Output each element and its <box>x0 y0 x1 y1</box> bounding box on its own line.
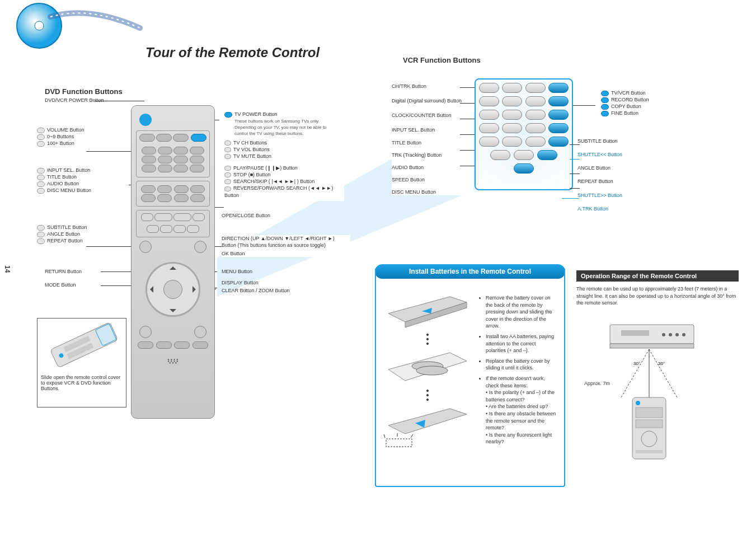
svg-rect-33 <box>636 407 663 418</box>
label-title: TITLE Button <box>47 174 77 180</box>
zrm3: REPEAT Button <box>577 178 701 185</box>
op-title: Operation Range of the Remote Control <box>576 270 739 282</box>
svg-rect-31 <box>632 397 666 459</box>
label-mini: Slide open the remote control cover to e… <box>41 374 123 391</box>
label-volume: VOLUME Button <box>47 127 84 133</box>
zl3: INPUT SEL. Button <box>392 127 473 133</box>
zrt2: COPY Button <box>611 104 641 109</box>
callout-box1: VOLUME Button 0~9 Buttons 100+ Button <box>34 124 129 149</box>
zrm1: SHUTTLE<< Button <box>577 151 701 158</box>
svg-line-26 <box>621 349 649 397</box>
svg-point-25 <box>682 333 685 336</box>
zl5: TRK (Tracking) Button <box>392 152 473 158</box>
label-clearzoom: CLEAR Button / ZOOM Button <box>222 288 290 293</box>
callout-box3: SUBTITLE Button ANGLE Button REPEAT Butt… <box>34 222 129 246</box>
power-button-icon <box>139 114 152 126</box>
bstep3: Replace the battery cover by sliding it … <box>486 358 557 372</box>
mini-remote-icon <box>41 322 119 371</box>
svg-point-16 <box>426 399 429 401</box>
label-angle: ANGLE Button <box>47 231 80 237</box>
zrt3: FINE Button <box>611 110 638 116</box>
zl4: TITLE Button <box>392 139 473 146</box>
zoom-right-top: TV/VCR Button RECORD Button COPY Button … <box>598 87 704 119</box>
label-repeat: REPEAT Button <box>47 238 83 243</box>
svg-point-23 <box>669 333 672 336</box>
callout-box2: INPUT SEL. Button TITLE Button AUDIO But… <box>34 165 129 196</box>
zl7: SPEED Button <box>392 176 473 183</box>
label-discmenu: DISC MENU Button <box>47 188 91 193</box>
zoom-right-mid: SUBTITLE Button SHUTTLE<< Button ANGLE B… <box>577 138 701 212</box>
svg-point-10 <box>426 338 429 340</box>
svg-point-22 <box>662 333 665 336</box>
label-display: DISPLAY Button <box>222 280 259 285</box>
svg-point-35 <box>641 431 657 447</box>
section-vcr-func: VCR Function Buttons <box>403 56 481 64</box>
label-tvch: TV CH Buttons <box>233 140 267 146</box>
disc-film-decor <box>0 0 145 56</box>
op-illus: 30° 30° <box>593 319 705 465</box>
zl8: DISC MENU Button <box>392 189 473 195</box>
svg-rect-20 <box>610 344 694 348</box>
callout-dpad: DIRECTION (UP ▲/DOWN ▼/LEFT ◄/RIGHT ►) B… <box>222 235 350 257</box>
bstep4: If the remote doesn't work, check these … <box>486 375 557 446</box>
svg-point-14 <box>426 390 429 392</box>
zrm5: A.TRK Button <box>577 205 701 212</box>
svg-rect-34 <box>636 420 663 428</box>
battery-box: Remove the battery cover on the back of … <box>375 269 565 487</box>
zoom-panel <box>475 78 573 190</box>
svg-point-15 <box>426 394 429 396</box>
svg-rect-18 <box>386 439 412 447</box>
zl0: CH/TRK Button <box>392 83 473 90</box>
svg-point-32 <box>636 401 640 405</box>
minibox: Slide open the remote control cover to e… <box>37 318 126 407</box>
play-box <box>136 210 210 237</box>
label-skip: SEARCH/SKIP ( |◄◄ ►►| ) Button <box>233 179 314 184</box>
label-tvmute: TV MUTE Button <box>233 153 271 159</box>
dpad-icon <box>142 259 204 320</box>
label-tvvol: TV VOL Buttons <box>233 147 270 152</box>
label-search: REVERSE/FORWARD SEARCH (◄◄ ►►) Button <box>224 185 333 198</box>
label-100plus: 100+ Button <box>47 140 74 146</box>
section-dvd-func: DVD Function Buttons <box>45 87 123 96</box>
bstep2: Install two AA batteries, paying attenti… <box>486 333 557 354</box>
zrm2: ANGLE Button <box>577 165 701 171</box>
zrt1: RECORD Button <box>611 97 649 102</box>
label-audio: AUDIO Button <box>47 181 79 186</box>
zoom-left-labels: CH/TRK Button Digital (Digital surround)… <box>392 83 473 195</box>
op-body: The remote can be used up to approximate… <box>576 285 739 307</box>
bstep1: Remove the battery cover on the back of … <box>486 294 557 330</box>
label-09: 0~9 Buttons <box>47 134 74 139</box>
page-number: 14 <box>3 265 11 273</box>
zrt0: TV/VCR Button <box>611 90 646 96</box>
svg-rect-36 <box>636 450 663 453</box>
callout-tv: TV POWER Button These buttons work on Sa… <box>221 109 339 162</box>
svg-point-11 <box>426 343 429 345</box>
label-mode: MODE Button <box>45 282 76 288</box>
func-box-1 <box>136 181 210 207</box>
svg-point-13 <box>416 366 448 375</box>
zl6: AUDIO Button <box>392 164 473 171</box>
svg-point-24 <box>675 333 679 336</box>
label-tvnote: These buttons work on Samsung TVs only. … <box>234 119 335 137</box>
op-approx: Approx. 7m <box>584 381 610 386</box>
svg-text:30°: 30° <box>633 361 640 366</box>
label-menu: MENU Button <box>222 269 252 274</box>
zrm0: SUBTITLE Button <box>577 138 701 144</box>
label-return: RETURN Button <box>45 269 82 274</box>
label-stop: STOP (■) Button <box>233 172 271 177</box>
zl2: CLOCK/COUNTER Button <box>392 112 473 119</box>
label-power: DVD/VCR POWER Button <box>45 97 104 103</box>
battery-illus <box>383 291 472 448</box>
svg-point-9 <box>426 334 429 336</box>
label-subtitle: SUBTITLE Button <box>47 224 87 230</box>
label-play: PLAY/PAUSE (❙❙▶) Button <box>233 165 298 171</box>
zrm4: SHUTTLE>> Button <box>577 192 701 199</box>
tv-button-box <box>136 130 210 177</box>
label-tvpower: TV POWER Button <box>234 111 278 117</box>
label-ok: OK Button <box>222 250 350 257</box>
svg-point-1 <box>35 21 44 30</box>
remote-control: ● ● ● ●● ● ● ●● ● ● <box>131 105 215 419</box>
label-inputsel: INPUT SEL. Button <box>47 167 90 173</box>
callout-play: PLAY/PAUSE (❙❙▶) Button STOP (■) Button … <box>221 162 344 201</box>
svg-text:30°: 30° <box>658 361 665 366</box>
